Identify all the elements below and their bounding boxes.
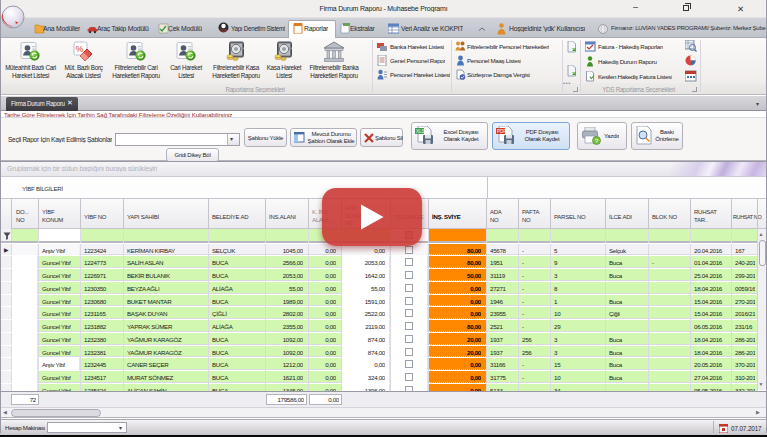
svg-text:PDF: PDF <box>497 129 506 134</box>
svg-text:%: % <box>76 44 84 54</box>
svg-text:XLS: XLS <box>416 129 425 134</box>
svg-text:TDS: TDS <box>220 29 228 33</box>
